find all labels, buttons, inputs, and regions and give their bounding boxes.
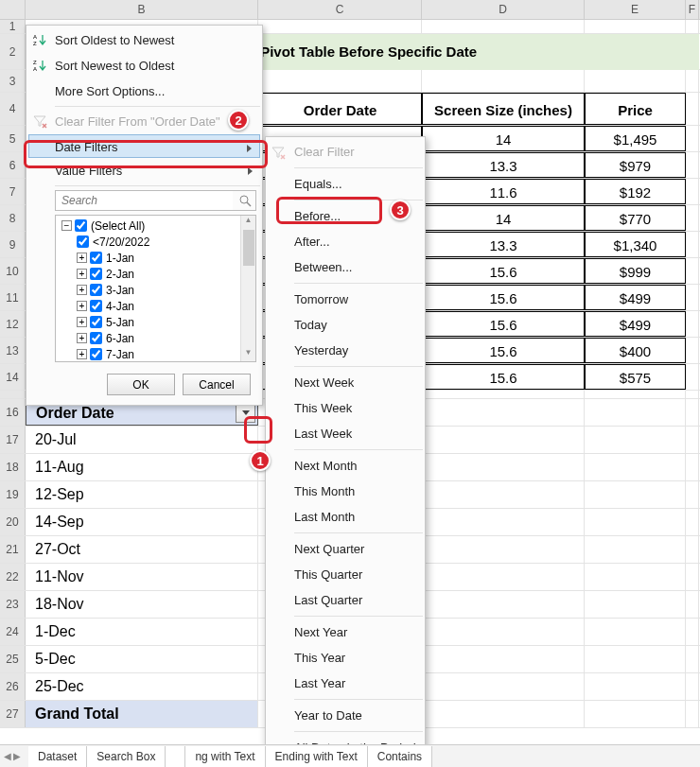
pivot-row-label[interactable]: 27-Oct [26, 536, 258, 563]
sub-this-year[interactable]: This Year [268, 645, 423, 671]
row-header[interactable]: 8 [0, 205, 26, 231]
row-header[interactable]: 19 [0, 481, 26, 508]
filter-checkbox[interactable] [90, 316, 102, 328]
cell-screen-size[interactable]: 14 [422, 205, 585, 231]
sub-between[interactable]: Between... [268, 254, 423, 280]
row-header[interactable]: 22 [0, 564, 26, 590]
row-header[interactable]: 25 [0, 646, 26, 672]
row-header[interactable]: 4 [0, 93, 26, 125]
filter-dropdown-button[interactable] [236, 403, 255, 423]
sub-next-week[interactable]: Next Week [268, 370, 423, 395]
sheet-tab[interactable]: Search Box [87, 746, 166, 767]
cell-screen-size[interactable]: 13.3 [422, 152, 585, 178]
cell-price[interactable]: $575 [585, 364, 686, 390]
row-header[interactable]: 24 [0, 619, 26, 645]
sort-newest-oldest[interactable]: ZA Sort Newest to Oldest [28, 53, 260, 78]
pivot-row-label[interactable]: 14-Sep [26, 509, 258, 535]
pivot-row-label[interactable]: 11-Aug [26, 454, 258, 480]
sub-last-month[interactable]: Last Month [268, 504, 423, 530]
sheet-tab[interactable] [166, 746, 185, 767]
filter-checkbox[interactable] [90, 284, 102, 296]
col-header-C[interactable]: C [258, 0, 422, 19]
cell-price[interactable]: $1,495 [585, 126, 686, 151]
row-header[interactable]: 11 [0, 285, 26, 310]
sub-last-week[interactable]: Last Week [268, 421, 423, 446]
row-header[interactable]: 9 [0, 232, 26, 257]
sheet-tab[interactable]: ng with Text [185, 746, 265, 767]
row-header[interactable]: 23 [0, 591, 26, 618]
cell-price[interactable]: $770 [585, 205, 686, 231]
filter-value-item[interactable]: −(Select All) [58, 218, 254, 234]
collapse-icon[interactable]: − [61, 220, 72, 231]
filter-checkbox[interactable] [90, 300, 102, 312]
row-header[interactable]: 16 [0, 399, 26, 426]
sub-this-month[interactable]: This Month [268, 479, 423, 504]
cell-screen-size[interactable]: 13.3 [422, 232, 585, 257]
row-header[interactable]: 20 [0, 509, 26, 535]
filter-value-item[interactable]: +7-Jan [58, 346, 254, 362]
sub-year-to-date[interactable]: Year to Date [268, 703, 423, 728]
filter-value-item[interactable]: +4-Jan [58, 298, 254, 314]
sub-next-month[interactable]: Next Month [268, 453, 423, 479]
sub-next-year[interactable]: Next Year [268, 619, 423, 645]
row-header[interactable]: 2 [0, 34, 26, 69]
cell-price[interactable]: $400 [585, 338, 686, 363]
filter-value-item[interactable]: +6-Jan [58, 330, 254, 346]
filter-checkbox[interactable] [77, 235, 89, 248]
scrollbar[interactable]: ▲ ▼ [240, 216, 255, 361]
filter-checkbox[interactable] [90, 348, 102, 360]
sub-last-quarter[interactable]: Last Quarter [268, 587, 423, 613]
filter-checkbox[interactable] [90, 332, 102, 344]
row-header[interactable]: 7 [0, 179, 26, 204]
cell-screen-size[interactable]: 15.6 [422, 338, 585, 363]
sheet-tab[interactable]: Ending with Text [266, 746, 368, 767]
expand-icon[interactable]: + [77, 301, 87, 311]
filter-values-tree[interactable]: −(Select All)<7/20/2022+1-Jan+2-Jan+3-Ja… [55, 215, 256, 362]
expand-icon[interactable]: + [77, 349, 87, 359]
row-header[interactable]: 10 [0, 258, 26, 284]
cell-price[interactable]: $979 [585, 152, 686, 178]
pivot-row-label[interactable]: 1-Dec [26, 619, 258, 645]
expand-icon[interactable]: + [77, 285, 87, 295]
col-header-B[interactable]: B [26, 0, 258, 19]
search-input[interactable] [56, 191, 233, 210]
cell-screen-size[interactable]: 15.6 [422, 258, 585, 284]
sub-equals[interactable]: Equals... [268, 171, 423, 197]
sheet-tab[interactable]: Dataset [28, 746, 87, 767]
row-header[interactable]: 5 [0, 126, 26, 151]
row-header[interactable]: 12 [0, 311, 26, 337]
sub-yesterday[interactable]: Yesterday [268, 338, 423, 363]
more-sort-options[interactable]: More Sort Options... [28, 78, 260, 104]
row-header[interactable]: 13 [0, 338, 26, 363]
pivot-row-label[interactable]: 12-Sep [26, 481, 258, 508]
row-header[interactable]: 18 [0, 454, 26, 480]
pivot-row-label[interactable]: 20-Jul [26, 427, 258, 453]
sub-tomorrow[interactable]: Tomorrow [268, 287, 423, 312]
cell-price[interactable]: $499 [585, 285, 686, 310]
row-header[interactable] [0, 391, 26, 398]
select-all-corner[interactable] [0, 0, 26, 19]
expand-icon[interactable]: + [77, 253, 87, 263]
filter-value-item[interactable]: +5-Jan [58, 314, 254, 330]
row-header[interactable]: 1 [0, 20, 26, 33]
row-header[interactable]: 6 [0, 152, 26, 178]
cell-screen-size[interactable]: 15.6 [422, 364, 585, 390]
pivot-row-label[interactable]: 18-Nov [26, 591, 258, 618]
expand-icon[interactable]: + [77, 317, 87, 327]
sort-oldest-newest[interactable]: AZ Sort Oldest to Newest [28, 27, 260, 53]
expand-icon[interactable]: + [77, 269, 87, 279]
cell-screen-size[interactable]: 15.6 [422, 311, 585, 337]
expand-icon[interactable]: + [77, 333, 87, 343]
sub-last-year[interactable]: Last Year [268, 671, 423, 696]
col-header-D[interactable]: D [422, 0, 585, 19]
filter-checkbox[interactable] [90, 252, 102, 264]
cell-screen-size[interactable]: 14 [422, 126, 585, 151]
cell-price[interactable]: $999 [585, 258, 686, 284]
ok-button[interactable]: OK [107, 374, 175, 395]
filter-value-item[interactable]: +2-Jan [58, 266, 254, 282]
row-header[interactable]: 14 [0, 364, 26, 390]
sub-after[interactable]: After... [268, 229, 423, 254]
filter-value-item[interactable]: +1-Jan [58, 250, 254, 266]
sub-this-quarter[interactable]: This Quarter [268, 562, 423, 587]
col-header-F[interactable]: F [686, 0, 699, 19]
